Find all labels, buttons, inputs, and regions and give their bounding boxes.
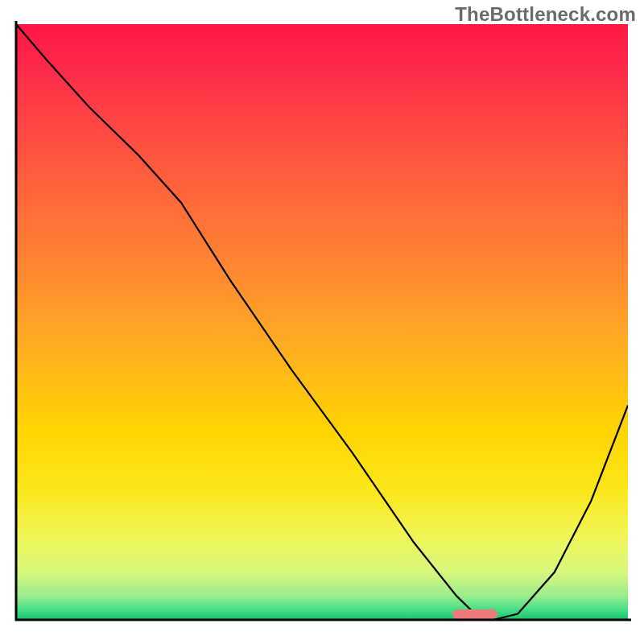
watermark-text: TheBottleneck.com (455, 3, 636, 26)
optimal-range-marker (452, 609, 497, 619)
bottleneck-chart (0, 0, 644, 644)
plot-background (16, 24, 628, 620)
chart-container: TheBottleneck.com (0, 0, 644, 644)
